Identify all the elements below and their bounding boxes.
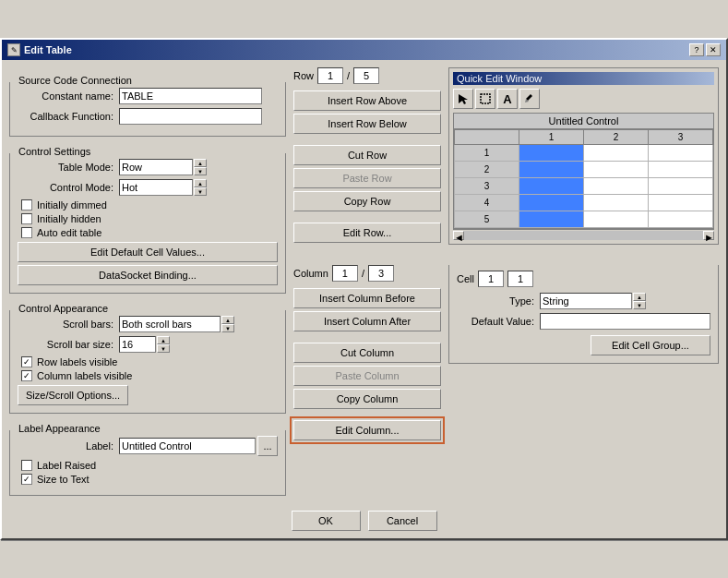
cell-5-1[interactable] <box>519 211 584 228</box>
window-icon: ✎ <box>7 43 20 56</box>
initially-dimmed-checkbox[interactable] <box>21 199 32 211</box>
constant-input[interactable] <box>119 88 262 104</box>
cell-row-input[interactable] <box>478 271 504 287</box>
row-total-input[interactable] <box>353 67 379 84</box>
copy-column-button[interactable]: Copy Column <box>293 389 441 409</box>
initially-dimmed-row[interactable]: Initially dimmed <box>18 199 278 211</box>
cell-4-3[interactable] <box>649 195 713 211</box>
type-input[interactable] <box>540 293 632 309</box>
row-labels-checkbox[interactable] <box>21 356 32 367</box>
h-scrollbar[interactable]: ◄ ► <box>453 229 714 240</box>
label-row: Label: ... <box>18 436 278 456</box>
control-mode-down[interactable]: ▼ <box>194 187 207 196</box>
column-current-input[interactable] <box>332 265 358 282</box>
cell-3-3[interactable] <box>649 178 713 195</box>
edit-default-button[interactable]: Edit Default Cell Values... <box>18 242 278 262</box>
label-raised-checkbox[interactable] <box>21 460 32 471</box>
toolbar-cursor-btn[interactable] <box>453 89 473 109</box>
scroll-bars-up[interactable]: ▲ <box>221 316 234 324</box>
control-mode-up[interactable]: ▲ <box>194 179 207 187</box>
table-mode-input[interactable] <box>119 159 193 175</box>
scroll-bars-input[interactable] <box>119 316 221 332</box>
column-labels-row[interactable]: Column labels visible <box>18 370 278 381</box>
h-scroll-track[interactable] <box>464 231 703 240</box>
auto-edit-row[interactable]: Auto edit table <box>18 227 278 238</box>
toolbar-select-btn[interactable] <box>475 89 495 109</box>
initially-hidden-checkbox[interactable] <box>21 213 32 224</box>
paste-column-button[interactable]: Paste Column <box>293 366 441 386</box>
edit-column-button[interactable]: Edit Column... <box>293 420 441 440</box>
help-button[interactable]: ? <box>689 43 704 56</box>
cancel-button[interactable]: Cancel <box>368 511 437 531</box>
size-to-text-label: Size to Text <box>37 474 90 485</box>
cell-2-3[interactable] <box>649 162 713 178</box>
table-preview-wrapper: Untitled Control 1 2 3 1 <box>453 113 714 229</box>
left-panel: Source Code Connection Constant name: Ca… <box>9 67 286 496</box>
table-mode-up[interactable]: ▲ <box>194 159 207 167</box>
insert-column-before-button[interactable]: Insert Column Before <box>293 288 441 308</box>
cell-2-1[interactable] <box>519 162 584 178</box>
default-value-label: Default Value: <box>457 316 540 327</box>
cell-5-3[interactable] <box>649 211 713 228</box>
label-browse-button[interactable]: ... <box>257 436 278 456</box>
ok-button[interactable]: OK <box>292 511 361 531</box>
col-header-2: 2 <box>584 130 649 145</box>
scroll-left-btn[interactable]: ◄ <box>453 231 464 240</box>
label-input[interactable] <box>119 438 256 454</box>
edit-cell-group-button[interactable]: Edit Cell Group... <box>591 335 710 355</box>
edit-row-button[interactable]: Edit Row... <box>293 223 441 243</box>
cell-1-3[interactable] <box>649 145 713 162</box>
cell-3-2[interactable] <box>584 178 649 195</box>
cell-2-2[interactable] <box>584 162 649 178</box>
quick-edit-panel: Quick Edit Window A Untitled Control <box>448 67 719 245</box>
default-value-row: Default Value: <box>457 313 710 330</box>
callback-input[interactable] <box>119 108 262 125</box>
type-down[interactable]: ▼ <box>633 301 646 309</box>
auto-edit-checkbox[interactable] <box>21 227 32 238</box>
column-total-input[interactable] <box>368 265 394 282</box>
cut-row-button[interactable]: Cut Row <box>293 145 441 165</box>
control-mode-input[interactable] <box>119 179 193 196</box>
scroll-bar-size-input[interactable] <box>119 336 156 353</box>
initially-hidden-row[interactable]: Initially hidden <box>18 213 278 224</box>
col-header-3: 3 <box>649 130 713 145</box>
cell-3-1[interactable] <box>519 178 584 195</box>
scroll-bar-size-up[interactable]: ▲ <box>157 336 170 344</box>
scroll-bars-spin: ▲ ▼ <box>221 316 234 332</box>
default-value-input[interactable] <box>540 313 710 330</box>
table-mode-down[interactable]: ▼ <box>194 167 207 175</box>
row-labels-row[interactable]: Row labels visible <box>18 356 278 367</box>
size-to-text-row[interactable]: Size to Text <box>18 474 278 485</box>
row-current-input[interactable] <box>317 67 343 84</box>
size-to-text-checkbox[interactable] <box>21 474 32 485</box>
table-row: 1 <box>455 145 713 162</box>
cell-1-2[interactable] <box>584 145 649 162</box>
cell-4-2[interactable] <box>584 195 649 211</box>
insert-row-below-button[interactable]: Insert Row Below <box>293 114 441 134</box>
copy-row-button[interactable]: Copy Row <box>293 191 441 211</box>
row-header-1: 1 <box>455 145 519 162</box>
scroll-bars-down[interactable]: ▼ <box>221 324 234 332</box>
cell-4-1[interactable] <box>519 195 584 211</box>
toolbar-paint-btn[interactable] <box>519 89 540 109</box>
size-scroll-button[interactable]: Size/Scroll Options... <box>18 385 128 405</box>
insert-column-after-button[interactable]: Insert Column After <box>293 311 441 331</box>
label-raised-row[interactable]: Label Raised <box>18 460 278 471</box>
column-labels-checkbox[interactable] <box>21 370 32 381</box>
label-raised-label: Label Raised <box>37 460 96 471</box>
type-up[interactable]: ▲ <box>633 293 646 301</box>
preview-table[interactable]: 1 2 3 1 <box>454 129 713 228</box>
initially-hidden-label: Initially hidden <box>37 213 101 224</box>
scroll-right-btn[interactable]: ► <box>703 231 714 240</box>
close-button[interactable]: ✕ <box>706 43 721 56</box>
cell-col-input[interactable] <box>507 271 533 287</box>
toolbar-text-btn[interactable]: A <box>497 89 518 109</box>
insert-row-above-button[interactable]: Insert Row Above <box>293 90 441 111</box>
cut-column-button[interactable]: Cut Column <box>293 343 441 363</box>
scroll-bar-size-down[interactable]: ▼ <box>157 344 170 353</box>
datasocket-button[interactable]: DataSocket Binding... <box>18 265 278 285</box>
control-mode-label: Control Mode: <box>18 182 119 193</box>
cell-1-1[interactable] <box>519 145 584 162</box>
cell-5-2[interactable] <box>584 211 649 228</box>
paste-row-button[interactable]: Paste Row <box>293 168 441 188</box>
